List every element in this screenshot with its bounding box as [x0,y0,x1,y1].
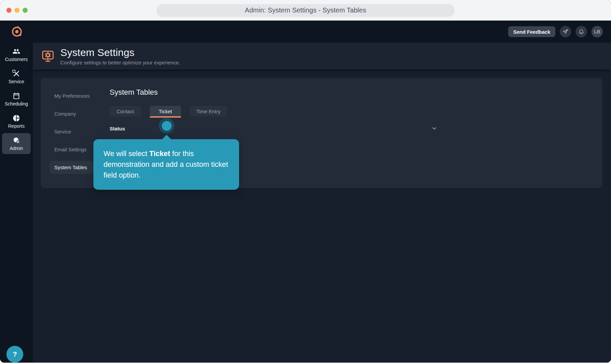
help-button[interactable]: ? [6,346,23,363]
page-title: System Settings [60,47,180,58]
paper-plane-icon [562,29,569,35]
app-window: Admin: System Settings - System Tables S… [0,0,611,363]
window-title: Admin: System Settings - System Tables [156,4,455,17]
sidebar-item-admin[interactable]: Admin [2,133,31,154]
sidebar-item-customers[interactable]: Customers [2,44,31,65]
section-heading: System Tables [110,88,602,97]
top-bar: Send Feedback LB [0,21,611,43]
zoom-window-button[interactable] [23,8,28,13]
bell-icon [578,29,584,35]
status-row-label: Status [110,126,125,131]
sidebar-item-label: Scheduling [5,101,28,107]
tooltip-text-bold: Ticket [149,150,170,158]
macos-titlebar: Admin: System Settings - System Tables [0,0,611,21]
app-chrome: Send Feedback LB [0,21,611,363]
sidebar-item-label: Admin [10,146,23,151]
brand-logo-icon[interactable] [10,25,24,38]
settings-nav-item-service[interactable]: Service [50,125,93,138]
settings-nav-item-system-tables[interactable]: System Tables [50,161,93,174]
chevron-down-icon[interactable] [431,125,437,131]
settings-nav-item-email-settings[interactable]: Email Settings [50,143,93,156]
sidebar-item-reports[interactable]: Reports [2,111,31,132]
sidebar-item-label: Customers [5,57,28,62]
reports-icon [12,114,20,122]
page-header: System Settings Configure settings to be… [33,43,611,69]
service-icon [12,70,20,78]
window-controls [6,8,28,13]
admin-icon [12,136,20,144]
system-settings-icon [41,49,55,63]
page-subtitle: Configure settings to better optimize yo… [60,60,180,65]
send-feedback-button[interactable]: Send Feedback [508,26,555,37]
settings-nav-item-company[interactable]: Company [50,107,93,120]
content-area: My Preferences Company Service Email Set… [33,69,611,363]
notifications-button[interactable] [576,26,587,37]
topbar-actions: Send Feedback LB [508,26,603,37]
system-tables-tabs: Contact Ticket Time Entry [110,106,602,117]
tooltip-text-before: We will select [104,150,149,158]
settings-nav-item-my-preferences[interactable]: My Preferences [50,89,93,102]
close-window-button[interactable] [6,8,11,13]
sidebar-item-scheduling[interactable]: Scheduling [2,89,31,110]
tab-contact[interactable]: Contact [110,106,141,117]
sidebar-item-label: Reports [8,123,25,129]
sidebar-item-label: Service [8,79,24,84]
primary-sidebar: Customers Service Scheduling [0,43,33,363]
sidebar-item-service[interactable]: Service [2,66,31,87]
send-message-button[interactable] [560,26,571,37]
minimize-window-button[interactable] [14,8,20,13]
user-avatar[interactable]: LB [591,26,603,37]
tab-time-entry[interactable]: Time Entry [190,106,227,117]
walkthrough-beacon[interactable] [159,118,174,133]
scheduling-icon [12,92,20,100]
walkthrough-tooltip: We will select Ticket for this demonstra… [93,139,239,190]
customers-icon [12,48,20,55]
beacon-core [162,121,172,131]
tab-ticket[interactable]: Ticket [150,106,181,117]
